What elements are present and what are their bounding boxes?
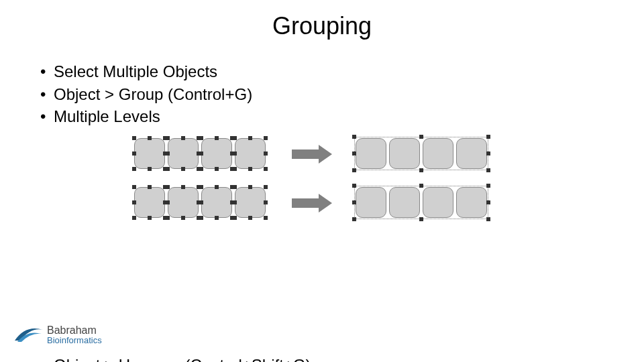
babraham-logo: Babraham Bioinformatics	[13, 320, 102, 349]
arrow-icon	[292, 198, 319, 208]
logo-line1: Babraham	[47, 325, 102, 336]
rounded-square	[201, 138, 232, 169]
bullet-item: Multiple Levels	[40, 105, 644, 128]
bullet-list-bottom: Object > Ungroup (Control+Shift+G)	[40, 356, 644, 362]
arrow-icon	[292, 149, 319, 159]
bullet-item: Object > Group (Control+G)	[40, 83, 644, 106]
rounded-square	[168, 187, 199, 218]
rounded-square	[134, 187, 165, 218]
logo-text: Babraham Bioinformatics	[47, 325, 102, 345]
grouping-diagram	[134, 135, 644, 235]
left-row-2	[134, 187, 266, 218]
rounded-square	[235, 187, 266, 218]
logo-swoosh-icon	[13, 320, 44, 349]
rounded-square	[235, 138, 266, 169]
logo-line2: Bioinformatics	[47, 336, 102, 345]
group-outline	[354, 137, 488, 170]
rounded-square	[134, 138, 165, 169]
rounded-square	[201, 187, 232, 218]
left-row-1	[134, 138, 266, 169]
bullet-list-top: Select Multiple Objects Object > Group (…	[40, 60, 644, 128]
bullet-item: Object > Ungroup (Control+Shift+G)	[40, 356, 644, 362]
rounded-square	[168, 138, 199, 169]
bullet-item: Select Multiple Objects	[40, 60, 644, 83]
slide-title: Grouping	[0, 12, 644, 40]
group-outline	[354, 186, 488, 219]
